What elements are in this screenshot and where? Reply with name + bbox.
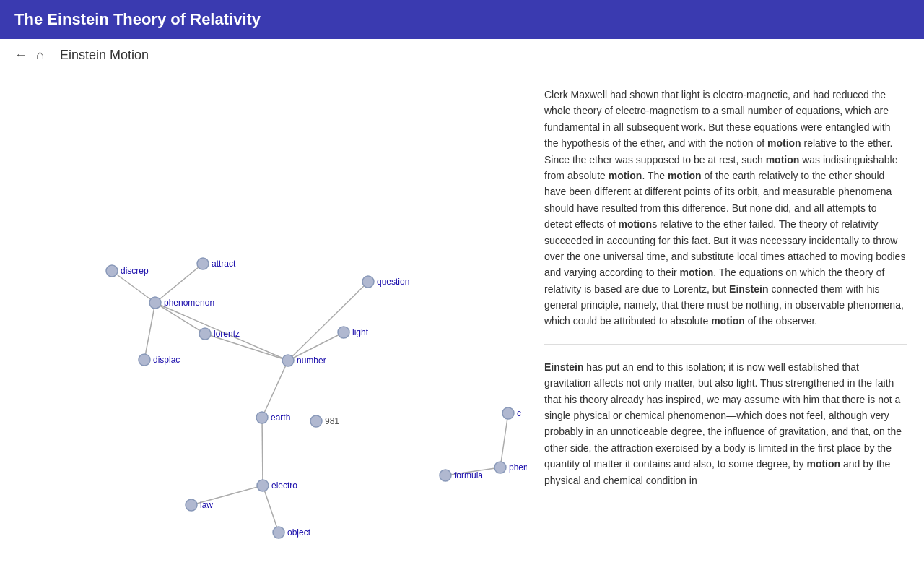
bold-motions-5: motion	[618, 218, 652, 230]
bold-motion-7: motion	[711, 315, 745, 327]
graph-node-phenomenon[interactable]: phenomenon	[149, 297, 214, 309]
svg-point-20	[199, 328, 211, 340]
svg-text:earth: earth	[271, 413, 290, 423]
svg-point-30	[256, 412, 268, 423]
page-header: The Einstein Theory of Relativity	[0, 0, 924, 39]
graph-node-981[interactable]: 981	[310, 415, 339, 427]
bold-motion-4: motion	[668, 170, 702, 181]
svg-point-36	[186, 499, 197, 511]
graph-node-electro[interactable]: electro	[257, 480, 297, 491]
graph-node-phenom[interactable]: phenom	[494, 462, 527, 473]
svg-text:number: number	[297, 355, 326, 366]
svg-point-16	[197, 258, 209, 269]
bold-einstein-1: Einstein	[729, 283, 768, 295]
page-title: Einstein Motion	[60, 48, 149, 63]
text-block-2: Einstein has put an end to this isolatio…	[544, 359, 907, 503]
svg-text:light: light	[352, 327, 369, 337]
graph-node-light[interactable]: light	[338, 327, 369, 338]
text-area: Clerk Maxwell had shown that light is el…	[527, 72, 924, 578]
bold-motion-6: motion	[680, 267, 714, 278]
graph-node-formula[interactable]: formula	[440, 470, 483, 481]
svg-line-13	[500, 413, 508, 467]
svg-point-44	[502, 407, 514, 419]
bold-einstein-2: Einstein	[544, 361, 583, 373]
svg-line-6	[288, 282, 368, 361]
bold-motion-2: motion	[766, 154, 800, 165]
svg-text:displac: displac	[153, 355, 180, 365]
svg-point-14	[106, 265, 118, 277]
svg-text:electro: electro	[271, 480, 297, 491]
svg-text:attract: attract	[212, 259, 236, 269]
svg-point-28	[338, 327, 349, 338]
bold-motion-3: motion	[609, 170, 642, 181]
graph-node-lorentz[interactable]: lorentz	[199, 328, 240, 340]
home-button[interactable]: ⌂	[36, 48, 44, 63]
bold-motion-1: motion	[767, 137, 801, 149]
svg-text:981: 981	[325, 416, 339, 426]
svg-point-22	[139, 354, 150, 366]
svg-text:law: law	[200, 500, 213, 510]
concept-graph: discrepattractphenomenonlorentzdisplacnu…	[0, 72, 527, 578]
main-content: discrepattractphenomenonlorentzdisplacnu…	[0, 72, 924, 578]
svg-point-24	[282, 355, 294, 366]
graph-node-question[interactable]: question	[362, 276, 409, 288]
svg-text:c: c	[517, 408, 521, 418]
svg-text:lorentz: lorentz	[214, 329, 240, 339]
svg-text:formula: formula	[454, 470, 483, 480]
svg-point-32	[310, 415, 322, 427]
svg-text:phenomenon: phenomenon	[164, 298, 214, 308]
graph-node-number[interactable]: number	[282, 355, 326, 366]
navbar: ← ⌂ Einstein Motion	[0, 39, 924, 72]
svg-point-18	[149, 297, 161, 309]
header-title: The Einstein Theory of Relativity	[14, 10, 261, 28]
svg-text:question: question	[377, 277, 409, 287]
graph-node-earth[interactable]: earth	[256, 412, 290, 423]
svg-line-11	[263, 486, 279, 532]
graph-node-attract[interactable]: attract	[197, 258, 236, 269]
svg-point-40	[440, 470, 451, 481]
svg-line-8	[262, 361, 288, 418]
graph-node-object[interactable]: object	[273, 527, 311, 538]
back-button[interactable]: ←	[14, 48, 27, 63]
svg-line-9	[262, 418, 263, 486]
graph-node-discrep[interactable]: discrep	[106, 265, 149, 277]
svg-point-38	[273, 527, 284, 538]
graph-area[interactable]: discrepattractphenomenonlorentzdisplacnu…	[0, 72, 527, 578]
svg-point-34	[257, 480, 269, 491]
svg-text:object: object	[287, 527, 311, 538]
svg-text:discrep: discrep	[121, 266, 149, 276]
bold-motion-8: motion	[806, 458, 840, 470]
graph-node-c[interactable]: c	[502, 407, 521, 419]
text-block-1: Clerk Maxwell had shown that light is el…	[544, 87, 907, 345]
svg-point-42	[494, 462, 506, 473]
svg-line-1	[155, 264, 203, 303]
svg-line-3	[144, 303, 155, 360]
graph-node-law[interactable]: law	[186, 499, 213, 511]
graph-node-displac[interactable]: displac	[139, 354, 180, 366]
svg-point-26	[362, 276, 374, 288]
svg-text:phenom: phenom	[509, 462, 527, 473]
